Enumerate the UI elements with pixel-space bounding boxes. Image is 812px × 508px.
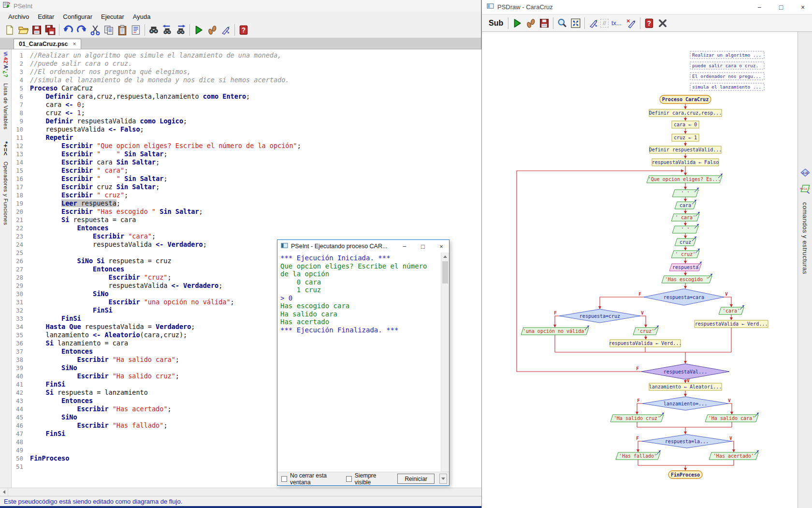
restart-button[interactable]: Reiniciar [397,474,435,484]
zoom-button[interactable] [555,16,569,30]
scroll-down-icon[interactable] [439,474,447,484]
sidebar-top-icon[interactable]: ≶ [3,50,8,57]
menu-ejecutar[interactable]: Ejecutar [97,12,129,21]
status-text: Este pseudocódigo está siendo editado co… [4,498,182,505]
run-button[interactable] [510,16,524,30]
dialog-minimize-button[interactable]: − [397,240,412,253]
tab-caracruz[interactable]: 01_CaraCruz.psc × [14,39,81,49]
hscroll-left-arrow-icon[interactable] [0,488,8,496]
node-label: cara ← 0 [674,122,697,127]
toolbar-separator [145,24,145,36]
draw-button[interactable] [219,23,232,37]
node-label: ' cara' [675,215,696,220]
sub-button[interactable]: Sub [486,19,506,28]
line-number: 30 [12,290,30,298]
node-label: lanzamiento=... [664,401,707,406]
fit-button[interactable] [569,16,582,30]
menu-archivo[interactable]: Archivo [4,12,33,21]
line-number: 51 [12,463,30,471]
save-button[interactable] [537,16,551,30]
step-button[interactable] [205,23,219,37]
pseint-app-icon [3,1,11,11]
findprev-button[interactable] [160,23,174,37]
tab-close-icon[interactable]: × [72,41,76,47]
find-button[interactable] [147,23,160,37]
execution-console[interactable]: *** Ejecución Iniciada. ***Que opcion el… [277,253,441,472]
node-label: cruz ← 1 [674,135,697,140]
paste-button[interactable] [116,23,129,37]
dialog-maximize-button[interactable]: □ [415,240,431,253]
code-text: Escribir cara Sin Saltar; [30,158,160,166]
psdraw-maximize-button[interactable]: □ [772,0,790,15]
sidebar-chars-label[interactable]: 42'A'¿? [3,57,9,77]
write-shape-icon[interactable]: 'Hola !' [800,184,811,195]
open-button[interactable] [16,23,30,37]
help-button[interactable]: ? [642,16,656,30]
save-button[interactable] [30,23,44,37]
tx-button[interactable]: tx... [609,19,624,27]
node-label: Definir respuestaValid... [649,147,722,152]
menu-ayuda[interactable]: Ayuda [129,12,155,21]
line-number: 44 [12,405,30,413]
node-label: ' cruz' [675,252,696,257]
scroll-thumb[interactable] [442,261,448,284]
psdraw-minimize-button[interactable]: − [750,0,768,15]
if-shape-icon[interactable]: A>B [800,168,811,180]
code-text: Entonces [30,224,109,232]
line-number: 46 [12,421,30,430]
toolbar-separator [189,24,190,36]
console-vscrollbar[interactable] [441,253,449,472]
help-button[interactable]: ? [237,23,250,37]
sidebar-item-operators[interactable]: Operadores y Funciones [3,162,9,225]
saveall-button[interactable] [44,23,57,37]
draw-button[interactable] [587,16,600,30]
dialog-close-button[interactable]: × [434,240,449,253]
sidebar-chars-segment: 42 [3,57,9,63]
code-line: 3//El ordenador nos pregunta qué elegimo… [12,68,481,76]
undo-button[interactable] [61,23,75,37]
cut-button[interactable] [88,23,102,37]
code-text: Entonces [30,397,93,405]
dialog-titlebar[interactable]: PSeInt - Ejecutando proceso CAR... − □ × [277,240,449,253]
editor-hscrollbar[interactable] [0,488,481,496]
always-visible-checkbox[interactable] [346,476,352,482]
no-close-checkbox[interactable] [281,476,287,482]
main-titlebar[interactable]: PSeInt [0,0,481,12]
close-button[interactable] [656,16,669,30]
code-line: 16 Escribir " " Sin Saltar; [12,175,481,183]
menu-bar: ArchivoEditarConfigurarEjecutarAyuda [0,12,481,22]
console-line: > 0 [280,294,438,302]
taskbar-sliver [0,506,481,508]
code-line: 11 Repetir [12,134,481,142]
pen2-button[interactable] [624,16,638,30]
psdraw-close-button[interactable]: × [794,0,812,15]
line-number: 13 [12,150,30,158]
line-number: 29 [12,282,30,290]
sidebar-item-variables[interactable]: Lista de Variables [3,83,9,130]
menu-configurar[interactable]: Configurar [58,12,97,21]
execution-dialog: PSeInt - Ejecutando proceso CAR... − □ ×… [277,239,450,486]
flowchart-canvas[interactable]: Realizar un algoritmo ...puede salir car… [482,32,812,508]
scroll-up-icon[interactable] [441,253,449,261]
psdraw-titlebar[interactable]: PSDraw - CaraCruz − □ × [482,0,812,15]
copy-button[interactable] [102,23,116,37]
code-text: Proceso CaraCruz [30,84,93,92]
new-button[interactable] [3,23,16,37]
step-button[interactable] [524,16,537,30]
line-number: 48 [12,438,30,446]
redo-button[interactable] [75,23,88,37]
format-button[interactable] [129,23,143,37]
line-number: 12 [12,142,30,150]
commands-panel[interactable]: A>B 'Hola !' comandos y estructuras [798,32,812,508]
svg-text:A>B: A>B [802,171,808,175]
findnext-button[interactable] [174,23,188,37]
code-line: 2//puede salir cara o cruz. [12,60,481,68]
sidebar-operators-symbols[interactable]: *+=< [2,141,9,156]
menu-editar[interactable]: Editar [33,12,58,21]
dash-button[interactable]: // [600,19,609,28]
node-label: 'Has fallado' [619,453,657,459]
node-label: cruz [680,239,691,245]
node-label: respuesta=la... [665,439,709,444]
run-button[interactable] [192,23,205,37]
flow-edge [555,316,559,327]
